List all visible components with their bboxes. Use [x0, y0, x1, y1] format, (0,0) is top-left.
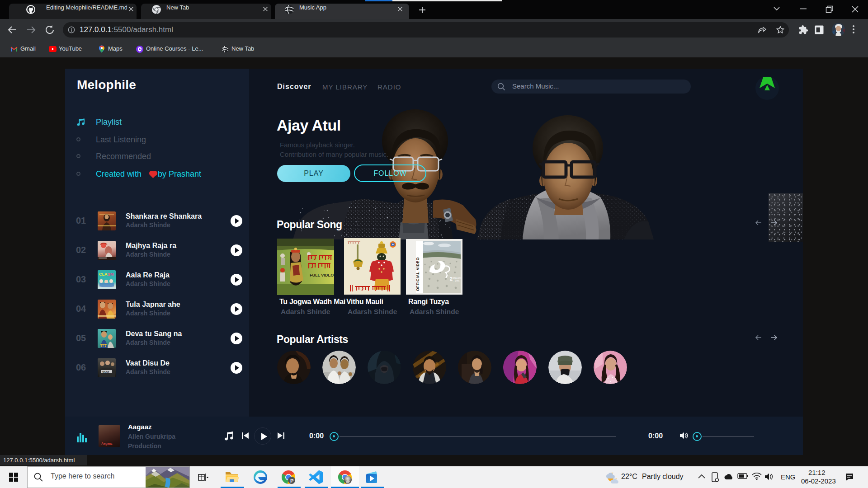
svg-text:OFFICIAL VIDEO: OFFICIAL VIDEO: [415, 257, 420, 291]
svg-text:VIEWS: VIEWS: [453, 280, 460, 282]
svg-text:SM: SM: [108, 272, 114, 277]
svg-text:FULL VIDEO: FULL VIDEO: [310, 273, 334, 277]
svg-text:2: 2: [450, 276, 453, 282]
svg-text:MILLION: MILLION: [453, 277, 461, 279]
svg-text:VAAT: VAAT: [102, 371, 109, 373]
svg-text:P: P: [290, 478, 293, 483]
